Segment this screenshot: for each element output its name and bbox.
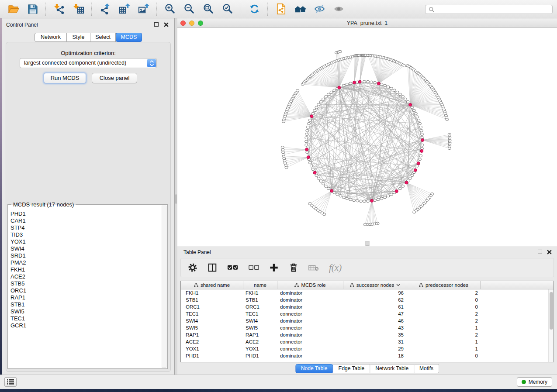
mcds-result-item[interactable]: STP4 — [10, 224, 160, 231]
network-title: YPA_prune.txt_1 — [177, 20, 557, 26]
cell-MCDS-role: connector — [277, 338, 343, 345]
zoom-out-icon[interactable] — [183, 3, 196, 16]
clone-network-icon[interactable] — [274, 3, 287, 16]
mcds-result-item[interactable]: STB5 — [10, 280, 160, 287]
network-view-panel: YPA_prune.txt_1 — [177, 18, 557, 247]
criterion-select[interactable]: largest connected component (undirected) — [20, 58, 157, 68]
mcds-result-item[interactable]: ACE2 — [10, 273, 160, 280]
mcds-result-item[interactable]: CAR1 — [10, 217, 160, 224]
mcds-list-scrollbar[interactable] — [162, 206, 166, 368]
cell-name: TEC1 — [243, 310, 277, 317]
mcds-result-item[interactable]: PHD1 — [10, 210, 160, 217]
open-file-icon[interactable] — [7, 3, 20, 16]
cell-MCDS-role: connector — [277, 345, 343, 352]
desktop-edge-bottom — [0, 389, 557, 392]
table-scrollbar[interactable] — [548, 289, 554, 362]
cell-predecessor-nodes: 2 — [407, 331, 481, 338]
select-all-icon[interactable] — [227, 264, 239, 272]
export-table-icon[interactable] — [118, 3, 131, 16]
splitter-handle[interactable] — [175, 194, 177, 204]
tab-style[interactable]: Style — [67, 33, 90, 42]
export-image-icon[interactable] — [137, 3, 150, 16]
cell-successor-nodes: 43 — [343, 324, 407, 331]
float-table-panel-icon[interactable] — [538, 250, 542, 254]
close-panel-icon[interactable] — [164, 22, 169, 27]
cell-predecessor-nodes: 1 — [407, 345, 481, 352]
mcds-result-item[interactable]: FKH1 — [10, 266, 160, 273]
column-header-MCDS-role[interactable]: MCDS role — [277, 281, 343, 289]
close-table-panel-icon[interactable] — [547, 250, 552, 254]
tab-motifs[interactable]: Motifs — [414, 364, 439, 373]
mcds-result-item[interactable]: TID3 — [10, 231, 160, 238]
zoom-fit-icon[interactable] — [202, 3, 215, 16]
memory-status-icon — [522, 380, 526, 384]
mcds-result-item[interactable]: PMA2 — [10, 259, 160, 266]
cell-name: ORC1 — [243, 303, 277, 310]
delete-icon[interactable] — [289, 263, 298, 272]
horizontal-splitter-handle[interactable] — [365, 241, 369, 246]
cell-name: PHD1 — [243, 352, 277, 359]
column-header-successor-nodes[interactable]: successor nodes — [343, 281, 407, 289]
mcds-result-item[interactable]: GCR1 — [10, 322, 160, 329]
table-row[interactable]: ACE2ACE2connector311 — [181, 338, 554, 345]
table-row[interactable]: TEC1TEC1connector472 — [181, 310, 554, 317]
close-panel-button[interactable]: Close panel — [92, 73, 137, 83]
column-header-name[interactable]: name — [243, 281, 277, 289]
table-row[interactable]: YOX1YOX1connector291 — [181, 345, 554, 352]
home-networks-icon[interactable] — [294, 3, 307, 16]
memory-button[interactable]: Memory — [517, 377, 552, 387]
hide-graphics-icon[interactable] — [313, 3, 326, 16]
cell-predecessor-nodes: 2 — [407, 310, 481, 317]
zoom-in-icon[interactable] — [163, 3, 176, 16]
tab-edge-table[interactable]: Edge Table — [333, 364, 370, 373]
mcds-result-list[interactable]: PHD1CAR1STP4TID3YOX1SWI4SRD1PMA2FKH1ACE2… — [10, 210, 160, 367]
import-table-icon[interactable] — [72, 3, 85, 16]
mcds-result-item[interactable]: TEC1 — [10, 315, 160, 322]
mcds-result-item[interactable]: SWI4 — [10, 245, 160, 252]
table-row[interactable]: SWI5SWI5connector431 — [181, 324, 554, 331]
tab-mcds[interactable]: MCDS — [116, 33, 142, 42]
table-row[interactable]: FKH1FKH1dominator962 — [181, 289, 554, 296]
show-columns-icon[interactable] — [208, 263, 217, 272]
mcds-result-item[interactable]: RAP1 — [10, 294, 160, 301]
tab-select[interactable]: Select — [90, 33, 116, 42]
task-history-button[interactable] — [4, 377, 17, 387]
mcds-result-item[interactable]: STB1 — [10, 301, 160, 308]
cell-predecessor-nodes: 0 — [407, 296, 481, 303]
table-row[interactable]: RAP1RAP1dominator352 — [181, 331, 554, 338]
cell-MCDS-role: connector — [277, 310, 343, 317]
tab-network[interactable]: Network — [35, 33, 67, 42]
table-scrollbar-thumb[interactable] — [550, 292, 553, 330]
table-row[interactable]: SWI4SWI4dominator462 — [181, 317, 554, 324]
network-canvas[interactable] — [177, 28, 557, 247]
export-network-icon[interactable] — [98, 3, 111, 16]
mcds-result-item[interactable]: SRD1 — [10, 252, 160, 259]
mcds-result-box: MCDS result (17 nodes) PHD1CAR1STP4TID3Y… — [7, 204, 168, 369]
save-icon[interactable] — [26, 3, 39, 16]
mcds-result-item[interactable]: SWI5 — [10, 308, 160, 315]
table-row[interactable]: PHD1PHD1dominator180 — [181, 352, 554, 359]
cell-shared-name: SWI4 — [181, 317, 243, 324]
tab-node-table[interactable]: Node Table — [295, 364, 333, 373]
search-input[interactable] — [425, 5, 553, 14]
cell-successor-nodes: 35 — [343, 331, 407, 338]
column-header-shared-name[interactable]: shared name — [181, 281, 243, 289]
import-network-icon[interactable] — [52, 3, 66, 16]
refresh-icon[interactable] — [248, 3, 261, 16]
column-header-predecessor-nodes[interactable]: predecessor nodes — [407, 281, 481, 289]
tab-network-table[interactable]: Network Table — [370, 364, 414, 373]
table-settings-icon[interactable] — [188, 263, 197, 272]
mcds-result-item[interactable]: YOX1 — [10, 238, 160, 245]
float-panel-icon[interactable] — [154, 22, 159, 27]
add-icon[interactable] — [269, 263, 279, 272]
table-row[interactable]: STB1STB1dominator620 — [181, 296, 554, 303]
deselect-all-icon[interactable] — [249, 264, 259, 271]
cell-MCDS-role: dominator — [277, 352, 343, 359]
zoom-selected-icon[interactable] — [221, 3, 234, 16]
mcds-result-item[interactable]: ORC1 — [10, 287, 160, 294]
table-header-row: shared namenameMCDS rolesuccessor nodesp… — [181, 281, 554, 289]
cell-shared-name: ORC1 — [181, 303, 243, 310]
table-row[interactable]: ORC1ORC1dominator610 — [181, 303, 554, 310]
function-builder-icon: f(x) — [329, 262, 342, 273]
run-mcds-button[interactable]: Run MCDS — [44, 73, 86, 83]
